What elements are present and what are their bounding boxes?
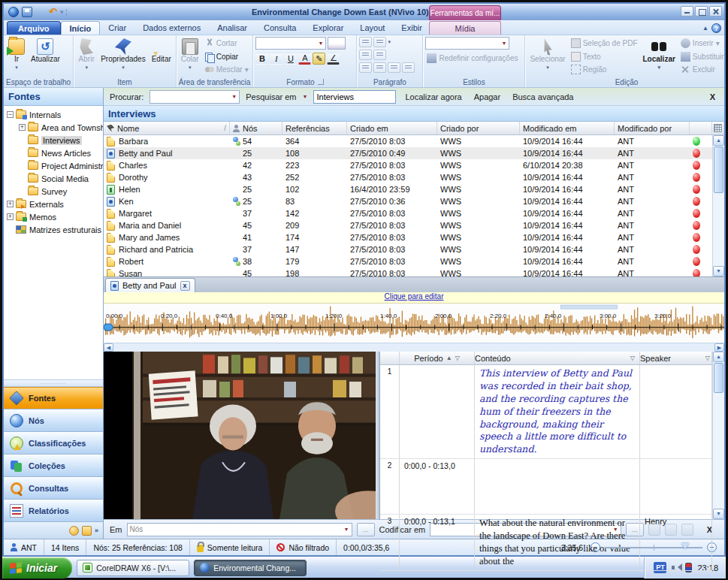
list-scrollbar[interactable]: ▲ ▼ — [712, 135, 724, 276]
localizar-button[interactable]: Localizar ▾ — [641, 37, 678, 73]
chevron-down-icon[interactable]: ▼ — [303, 94, 308, 99]
table-row[interactable]: Betty and Paul 25 108 27/5/2010 0:49 WWS… — [104, 147, 712, 159]
expander-icon[interactable] — [19, 137, 26, 143]
column-conteudo[interactable]: Conteúdo▽ — [475, 352, 640, 364]
tree-item[interactable]: Interviews — [4, 134, 103, 147]
column-referencias[interactable]: Referências — [282, 122, 347, 134]
sidebar-nav-item[interactable]: Coleções — [4, 455, 103, 477]
column-nos[interactable]: Nós — [230, 122, 282, 134]
expander-icon[interactable] — [7, 213, 14, 220]
style-combo[interactable]: ▼ — [425, 37, 509, 50]
tree-item[interactable]: Memos — [4, 210, 103, 223]
align-right-button[interactable] — [388, 62, 400, 73]
tree-item[interactable]: Internals — [4, 108, 103, 121]
tree-item[interactable]: Matrizes estruturais — [4, 223, 103, 236]
dialog-launcher-icon[interactable] — [318, 79, 324, 85]
column-modificado-em[interactable]: Modificado em — [520, 122, 615, 134]
expander-icon[interactable] — [19, 175, 26, 182]
start-button[interactable]: Iniciar — [2, 557, 72, 578]
volume-icon[interactable] — [672, 563, 680, 572]
chevron-more-icon[interactable]: » — [95, 527, 98, 534]
table-row[interactable]: Barbara 54 364 27/5/2010 8:03 WWS 10/9/2… — [104, 135, 712, 147]
collapse-ribbon-icon[interactable]: ▲ — [702, 25, 708, 32]
transcript-row[interactable]: 1 This interview of Betty and Paul was r… — [380, 365, 712, 459]
tree-item[interactable]: Area and Township — [4, 121, 103, 134]
table-row[interactable]: Susan 45 198 27/5/2010 8:03 WWS 10/9/201… — [104, 267, 712, 276]
table-row[interactable]: Charles 42 223 27/5/2010 8:03 WWS 6/10/2… — [104, 159, 712, 171]
redefinir-button[interactable]: Redefinir configurações — [425, 53, 519, 63]
sidebar-nav-item[interactable]: Nós — [4, 409, 103, 432]
expander-icon[interactable] — [7, 201, 14, 207]
scroll-down-icon[interactable]: ▼ — [713, 509, 724, 519]
localizar-agora-button[interactable]: Localizar agora — [402, 92, 464, 101]
number-list-button[interactable] — [373, 37, 386, 47]
tree-item[interactable]: Social Media — [4, 172, 103, 185]
tree-item[interactable]: Survey — [4, 185, 103, 198]
tab-arquivo[interactable]: Arquivo — [7, 21, 61, 35]
copiar-button[interactable]: Copiar — [203, 52, 250, 62]
search-input[interactable] — [313, 90, 396, 104]
bullet-list-button[interactable] — [359, 37, 372, 47]
taskbar-task-button[interactable]: Environmental Chang... — [194, 560, 307, 576]
close-button[interactable] — [709, 6, 722, 17]
scroll-thumb[interactable] — [714, 363, 723, 393]
ribbon-tab[interactable]: Início — [61, 21, 101, 35]
propriedades-button[interactable]: Propriedades ▾ — [98, 37, 147, 73]
tree-item[interactable]: Project Administration — [4, 159, 103, 172]
table-row[interactable]: Helen 25 102 16/4/2010 23:59 WWS 10/9/20… — [104, 183, 712, 195]
code-at-combo[interactable]: Nós▼ — [127, 523, 352, 536]
inserir-button[interactable]: Inserir▾ — [679, 38, 724, 48]
sidebar-nav-item[interactable]: Relatórios — [4, 500, 103, 522]
procurar-combo[interactable]: ▼ — [150, 90, 240, 104]
ribbon-tab[interactable]: Dados externos — [134, 21, 209, 35]
ir-button[interactable]: Ir ▾ — [6, 37, 27, 73]
selecao-pdf-button[interactable]: Seleção de PDF — [569, 38, 639, 48]
font-combo[interactable]: ▼ — [255, 37, 326, 50]
regiao-button[interactable]: Região — [569, 65, 639, 74]
detail-tab-betty-and-paul[interactable]: Betty and Paul x — [105, 278, 195, 292]
zoom-thumb[interactable] — [681, 543, 689, 553]
scroll-left-icon[interactable]: ◀ — [104, 343, 113, 352]
timeline-scrollbar[interactable]: ◀ ▶ — [104, 343, 724, 352]
sidebar-nav-item[interactable]: Classificações — [4, 432, 103, 455]
sidebar-nav-item[interactable]: Consultas — [4, 477, 103, 500]
font-color-button[interactable]: A — [298, 53, 311, 65]
texto-button[interactable]: Texto — [569, 52, 639, 62]
sidebar-nav-item[interactable]: Fontes — [4, 387, 103, 409]
help-icon[interactable]: ? — [711, 23, 721, 33]
ribbon-tab[interactable]: Exibir — [393, 21, 430, 35]
expander-icon[interactable] — [19, 150, 26, 156]
select-all-corner[interactable] — [712, 122, 724, 134]
expander-icon[interactable] — [19, 162, 26, 169]
abrir-button[interactable]: Abrir ▾ — [76, 37, 97, 73]
table-row[interactable]: Maria and Daniel 45 209 27/5/2010 8:03 W… — [104, 219, 712, 231]
ribbon-tab[interactable]: Explorar — [304, 21, 352, 35]
tab-midia[interactable]: Mídia — [429, 21, 501, 35]
table-row[interactable]: Mary and James 41 174 27/5/2010 8:03 WWS… — [104, 231, 712, 243]
indent-increase-button[interactable] — [373, 50, 386, 60]
editar-button[interactable]: Editar — [150, 37, 174, 65]
ribbon-tab[interactable]: Layout — [352, 21, 393, 35]
close-tab-icon[interactable]: x — [180, 281, 190, 291]
bold-button[interactable]: B — [255, 53, 268, 65]
filter-icon[interactable]: ▽ — [705, 355, 710, 361]
code-all-icon[interactable] — [665, 524, 677, 536]
key-icon[interactable] — [69, 526, 79, 536]
ribbon-tab[interactable]: Consulta — [255, 21, 304, 35]
sidebar-splitter[interactable]: ·········· — [4, 379, 103, 387]
mesclar-button[interactable]: Mesclar▾ — [203, 65, 250, 74]
code-icon[interactable] — [648, 524, 660, 536]
expander-icon[interactable] — [19, 124, 26, 131]
fill-swatch[interactable] — [328, 37, 346, 50]
apagar-button[interactable]: Apagar — [471, 92, 503, 101]
cortar-button[interactable]: Cortar — [203, 38, 250, 48]
transcript-scrollbar[interactable]: ▲ ▼ — [712, 352, 724, 519]
table-row[interactable]: Robert 38 179 27/5/2010 8:03 WWS 10/9/20… — [104, 255, 712, 267]
close-findbar-button[interactable]: X — [707, 92, 718, 101]
browse-nodes-button[interactable]: ... — [357, 523, 375, 536]
expander-icon[interactable] — [7, 111, 14, 118]
scroll-up-icon[interactable]: ▲ — [713, 135, 724, 146]
column-speaker[interactable]: Speaker▽ — [640, 352, 712, 364]
qat-dropdown-icon[interactable]: ▾ ¦ — [60, 8, 67, 16]
busca-avancada-button[interactable]: Busca avançada — [509, 92, 576, 101]
